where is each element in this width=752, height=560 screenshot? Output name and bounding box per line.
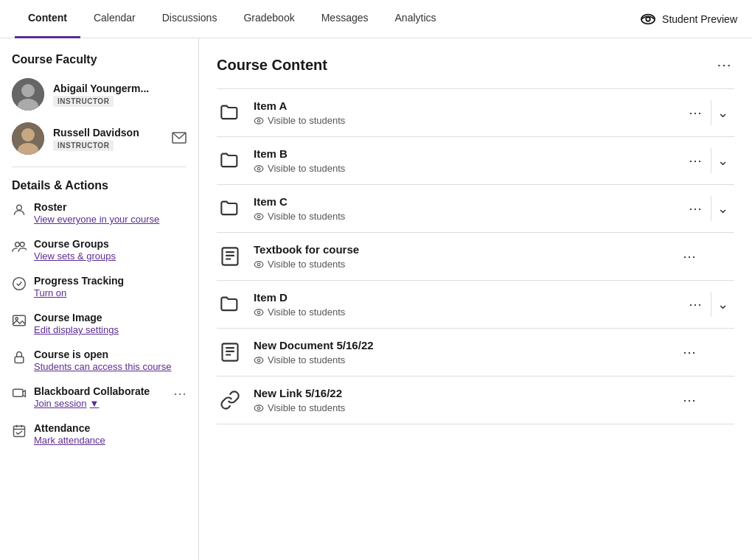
instructor-abigail-name: Abigail Youngerm... <box>53 83 149 94</box>
item-visibility: Visible to students <box>254 115 672 126</box>
svg-point-23 <box>257 215 260 218</box>
svg-rect-13 <box>13 315 26 325</box>
collaborate-link[interactable]: Join session ▼ <box>34 398 99 409</box>
course-image-link[interactable]: Edit display settings <box>34 324 119 335</box>
tab-messages[interactable]: Messages <box>308 0 382 38</box>
item-more-button[interactable]: ⋯ <box>677 340 702 365</box>
roster-label: Roster <box>34 201 159 213</box>
item-more-button[interactable]: ⋯ <box>677 244 702 269</box>
course-groups-link[interactable]: View sets & groups <box>34 251 116 262</box>
instructor-russell: Russell Davidson INSTRUCTOR <box>12 122 187 155</box>
item-visibility: Visible to students <box>254 402 666 413</box>
attendance-link[interactable]: Mark attendance <box>34 435 105 446</box>
image-icon <box>12 313 27 332</box>
avatar-abigail <box>12 78 44 111</box>
item-more-button[interactable]: ⋯ <box>683 100 708 125</box>
item-name: New Document 5/16/22 <box>254 339 666 351</box>
svg-point-3 <box>21 84 35 97</box>
item-name: Item D <box>254 291 672 304</box>
svg-point-11 <box>20 242 24 247</box>
svg-point-18 <box>254 117 263 123</box>
item-name: Item B <box>254 147 672 160</box>
lock-icon <box>12 350 27 368</box>
item-actions: ⋯ <box>677 388 734 413</box>
item-visibility: Visible to students <box>254 163 672 174</box>
svg-point-26 <box>257 263 260 266</box>
action-course-image: Course Image Edit display settings <box>12 312 187 335</box>
svg-rect-16 <box>13 389 23 396</box>
action-attendance: Attendance Mark attendance <box>12 422 187 446</box>
content-header: Course Content ⋯ <box>217 53 734 77</box>
nav-tabs: Content Calendar Discussions Gradebook M… <box>15 0 450 38</box>
item-more-button[interactable]: ⋯ <box>683 196 708 221</box>
svg-point-30 <box>254 357 263 363</box>
svg-point-6 <box>21 128 35 141</box>
course-open-link[interactable]: Students can access this course <box>34 361 171 372</box>
item-name: New Link 5/16/22 <box>254 387 666 399</box>
item-expand-button[interactable]: ⌄ <box>711 100 734 125</box>
tab-calendar[interactable]: Calendar <box>80 0 149 38</box>
folder-icon <box>220 102 240 123</box>
svg-rect-24 <box>223 248 238 265</box>
collaborate-icon <box>12 387 27 405</box>
avatar-russell <box>12 122 44 155</box>
svg-point-1 <box>646 17 650 21</box>
svg-point-20 <box>254 165 263 171</box>
item-type-icon <box>217 99 243 126</box>
item-name: Item C <box>254 195 672 208</box>
action-course-groups: Course Groups View sets & groups <box>12 238 187 262</box>
item-expand-button[interactable]: ⌄ <box>711 292 734 317</box>
tab-gradebook[interactable]: Gradebook <box>230 0 307 38</box>
tab-content[interactable]: Content <box>15 0 80 38</box>
item-more-button[interactable]: ⋯ <box>683 292 708 317</box>
item-expand-button[interactable]: ⌄ <box>711 196 734 221</box>
content-item: Item D Visible to students ⋯ ⌄ <box>217 281 734 329</box>
course-open-label: Course is open <box>34 349 171 360</box>
item-visibility: Visible to students <box>254 354 666 365</box>
tab-discussions[interactable]: Discussions <box>149 0 231 38</box>
student-preview-button[interactable]: Student Preview <box>640 11 737 27</box>
roster-link[interactable]: View everyone in your course <box>34 214 159 225</box>
svg-point-19 <box>257 119 260 122</box>
item-actions: ⋯ ⌄ <box>683 292 734 317</box>
item-name: Item A <box>254 99 672 112</box>
action-collaborate: Blackboard Collaborate Join session ▼ ⋯ <box>12 385 187 409</box>
collaborate-arrow-icon: ▼ <box>90 398 100 409</box>
svg-rect-29 <box>223 343 238 360</box>
item-type-icon <box>217 147 243 174</box>
collaborate-more-button[interactable]: ⋯ <box>173 385 187 402</box>
eye-icon <box>254 307 264 318</box>
eye-icon <box>254 259 264 270</box>
details-actions-title: Details & Actions <box>12 179 187 192</box>
instructor-russell-name: Russell Davidson <box>53 127 163 139</box>
course-image-label: Course Image <box>34 312 119 323</box>
mail-icon[interactable] <box>172 132 187 146</box>
student-preview-icon <box>640 11 656 27</box>
item-more-button[interactable]: ⋯ <box>677 388 702 413</box>
eye-icon <box>254 355 264 365</box>
tab-analytics[interactable]: Analytics <box>382 0 450 38</box>
content-more-button[interactable]: ⋯ <box>714 53 734 77</box>
item-more-button[interactable]: ⋯ <box>683 148 708 173</box>
main-layout: Course Faculty Abigail Youngerm... INSTR… <box>0 38 752 560</box>
content-title: Course Content <box>217 57 327 74</box>
svg-point-14 <box>15 318 18 320</box>
progress-tracking-link[interactable]: Turn on <box>34 287 66 298</box>
folder-icon <box>220 198 240 219</box>
item-type-icon <box>217 387 243 413</box>
item-actions: ⋯ <box>677 244 734 269</box>
item-expand-button[interactable]: ⌄ <box>711 148 734 173</box>
link-icon <box>220 390 240 410</box>
roster-icon <box>12 203 27 221</box>
eye-icon <box>254 211 264 222</box>
attendance-label: Attendance <box>34 422 105 434</box>
faculty-divider <box>12 167 187 167</box>
doc-icon <box>220 246 240 267</box>
item-type-icon <box>217 339 243 365</box>
attendance-icon <box>12 424 27 442</box>
svg-point-31 <box>257 359 260 362</box>
content-list: Item A Visible to students ⋯ ⌄ Item B <box>217 88 734 424</box>
content-area: Course Content ⋯ Item A Visible to stude… <box>199 38 752 560</box>
progress-icon <box>12 276 27 295</box>
instructor-abigail: Abigail Youngerm... INSTRUCTOR <box>12 78 187 111</box>
